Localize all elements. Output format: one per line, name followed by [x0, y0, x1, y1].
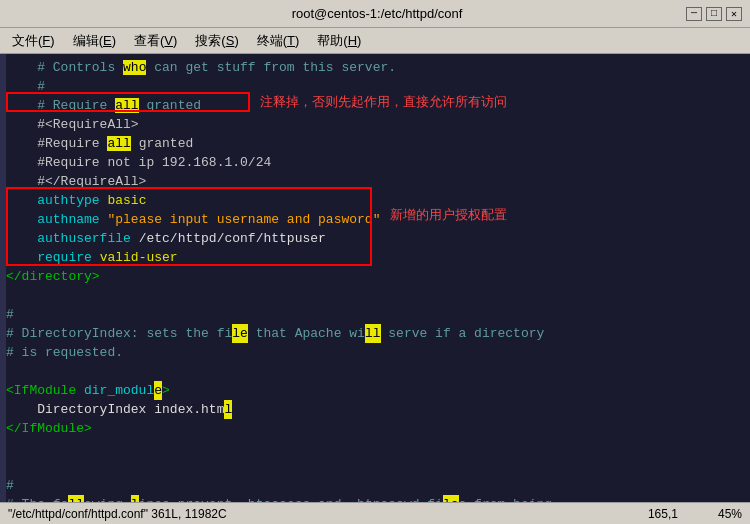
code-line-16: <IfModule dir_module>: [0, 381, 750, 400]
minimize-button[interactable]: ─: [686, 7, 702, 21]
menubar: 文件(F) 编辑(E) 查看(V) 搜索(S) 终端(T) 帮助(H): [0, 28, 750, 54]
menu-view[interactable]: 查看(V): [126, 30, 185, 52]
code-line-11: require valid-user: [0, 248, 750, 267]
titlebar-controls: ─ □ ✕: [686, 7, 742, 21]
code-line-10: authuserfile /etc/httpd/conf/httpuser: [0, 229, 750, 248]
menu-file[interactable]: 文件(F): [4, 30, 63, 52]
code-line-8: authtype basic: [0, 191, 750, 210]
code-line-3: # Require all granted: [0, 96, 750, 115]
code-line-14: # DirectoryIndex: sets the file that Apa…: [0, 324, 750, 343]
code-line-6: #Require not ip 192.168.1.0/24: [0, 153, 750, 172]
statusbar-position: 165,1: [648, 507, 678, 521]
maximize-button[interactable]: □: [706, 7, 722, 21]
code-line-5: #Require all granted: [0, 134, 750, 153]
code-line-blank3: [0, 438, 750, 457]
menu-search[interactable]: 搜索(S): [187, 30, 246, 52]
code-line-1: # Controls who can get stuff from this s…: [0, 58, 750, 77]
menu-edit[interactable]: 编辑(E): [65, 30, 124, 52]
statusbar-percent: 45%: [718, 507, 742, 521]
statusbar-fileinfo: "/etc/httpd/conf/httpd.conf" 361L, 11982…: [8, 507, 227, 521]
code-line-9: authname "please input username and pasw…: [0, 210, 750, 229]
code-line-4: #<RequireAll>: [0, 115, 750, 134]
editor[interactable]: 注释掉，否则先起作用，直接允许所有访问 新增的用户授权配置 # Controls…: [0, 54, 750, 502]
code-line-20: # The following lines prevent .htaccess …: [0, 495, 750, 502]
code-line-12: </directory>: [0, 267, 750, 286]
close-button[interactable]: ✕: [726, 7, 742, 21]
code-line-18: </IfModule>: [0, 419, 750, 438]
code-line-blank4: [0, 457, 750, 476]
code-line-15: # is requested.: [0, 343, 750, 362]
code-line-2: #: [0, 77, 750, 96]
titlebar-title: root@centos-1:/etc/httpd/conf: [68, 6, 686, 21]
code-line-7: #</RequireAll>: [0, 172, 750, 191]
code-line-blank1: [0, 286, 750, 305]
menu-terminal[interactable]: 终端(T): [249, 30, 308, 52]
code-line-13: #: [0, 305, 750, 324]
code-line-blank2: [0, 362, 750, 381]
code-line-19: #: [0, 476, 750, 495]
code-line-17: DirectoryIndex index.html: [0, 400, 750, 419]
titlebar: root@centos-1:/etc/httpd/conf ─ □ ✕: [0, 0, 750, 28]
menu-help[interactable]: 帮助(H): [309, 30, 369, 52]
statusbar: "/etc/httpd/conf/httpd.conf" 361L, 11982…: [0, 502, 750, 524]
